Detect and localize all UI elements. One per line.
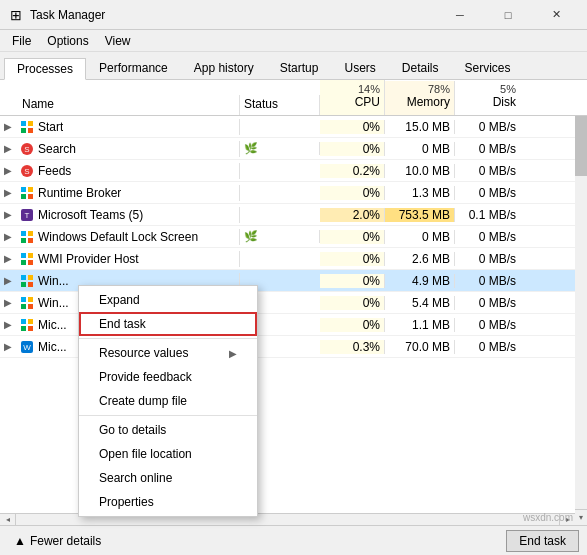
tab-users[interactable]: Users: [331, 57, 388, 79]
scroll-thumb[interactable]: [575, 116, 587, 176]
tab-bar: Processes Performance App history Startu…: [0, 52, 587, 80]
process-name: Feeds: [38, 164, 71, 178]
cell-memory: 1.3 MB: [385, 186, 455, 200]
cell-status: 🌿: [240, 230, 320, 243]
cell-disk: 0 MB/s: [455, 340, 520, 354]
cell-cpu: 0.3%: [320, 340, 385, 354]
process-name: WMI Provider Host: [38, 252, 139, 266]
expand-arrow[interactable]: ▶: [4, 143, 16, 154]
menu-options[interactable]: Options: [39, 32, 96, 50]
cell-name: ▶ WMI Provider Host: [0, 251, 240, 267]
tab-performance[interactable]: Performance: [86, 57, 181, 79]
tab-services[interactable]: Services: [452, 57, 524, 79]
cell-memory: 10.0 MB: [385, 164, 455, 178]
svg-rect-33: [28, 326, 33, 331]
tab-startup[interactable]: Startup: [267, 57, 332, 79]
cell-name: ▶ T Microsoft Teams (5): [0, 207, 240, 223]
app-icon: ⊞: [8, 7, 24, 23]
context-menu-item-resource-values[interactable]: Resource values▶: [79, 341, 257, 365]
expand-arrow[interactable]: ▶: [4, 187, 16, 198]
col-header-name[interactable]: Name: [0, 95, 240, 115]
cell-memory: 2.6 MB: [385, 252, 455, 266]
cpu-percent: 14%: [324, 83, 380, 95]
process-icon: [19, 185, 35, 201]
tab-details[interactable]: Details: [389, 57, 452, 79]
submenu-arrow-icon: ▶: [229, 348, 237, 359]
scroll-down-arrow[interactable]: ▾: [575, 509, 587, 525]
context-menu-item-provide-feedback[interactable]: Provide feedback: [79, 365, 257, 389]
col-header-disk[interactable]: 5% Disk: [455, 81, 520, 115]
cell-cpu: 0%: [320, 296, 385, 310]
cell-status: 🌿: [240, 142, 320, 155]
table-row[interactable]: ▶ Start 0% 15.0 MB 0 MB/s: [0, 116, 587, 138]
context-menu-item-open-file-location[interactable]: Open file location: [79, 442, 257, 466]
expand-arrow[interactable]: ▶: [4, 209, 16, 220]
svg-rect-22: [21, 275, 26, 280]
table-row[interactable]: ▶ T Microsoft Teams (5) 2.0% 753.5 MB 0.…: [0, 204, 587, 226]
menu-view[interactable]: View: [97, 32, 139, 50]
context-menu-item-end-task[interactable]: End task: [79, 312, 257, 336]
svg-rect-8: [21, 187, 26, 192]
cell-cpu: 0%: [320, 274, 385, 288]
cell-name: ▶ Windows Default Lock Screen: [0, 229, 240, 245]
expand-arrow[interactable]: ▶: [4, 121, 16, 132]
col-header-cpu[interactable]: ▾ 14% CPU: [320, 80, 385, 115]
svg-rect-14: [21, 231, 26, 236]
svg-text:W: W: [23, 343, 31, 352]
svg-rect-31: [28, 319, 33, 324]
cell-name: ▶ S Feeds: [0, 163, 240, 179]
tab-processes[interactable]: Processes: [4, 58, 86, 80]
context-menu-item-properties[interactable]: Properties: [79, 490, 257, 514]
table-row[interactable]: ▶ WMI Provider Host 0% 2.6 MB 0 MB/s: [0, 248, 587, 270]
minimize-button[interactable]: ─: [437, 0, 483, 30]
context-menu-item-go-to-details[interactable]: Go to details: [79, 418, 257, 442]
svg-rect-29: [28, 304, 33, 309]
end-task-button[interactable]: End task: [506, 530, 579, 552]
fewer-details-button[interactable]: ▲ Fewer details: [8, 532, 107, 550]
close-button[interactable]: ✕: [533, 0, 579, 30]
context-item-label: Resource values: [99, 346, 188, 360]
svg-rect-16: [21, 238, 26, 243]
process-name: Mic...: [38, 318, 67, 332]
svg-rect-10: [21, 194, 26, 199]
maximize-button[interactable]: □: [485, 0, 531, 30]
process-name: Microsoft Teams (5): [38, 208, 143, 222]
cell-cpu: 0%: [320, 252, 385, 266]
expand-arrow[interactable]: ▶: [4, 297, 16, 308]
disk-percent: 5%: [459, 83, 516, 95]
cell-cpu: 0.2%: [320, 164, 385, 178]
table-row[interactable]: ▶ Windows Default Lock Screen 🌿 0% 0 MB …: [0, 226, 587, 248]
scroll-right-arrow[interactable]: ▸: [559, 514, 575, 526]
menu-file[interactable]: File: [4, 32, 39, 50]
svg-rect-24: [21, 282, 26, 287]
memory-percent: 78%: [389, 83, 450, 95]
svg-rect-18: [21, 253, 26, 258]
main-content: Name Status ▾ 14% CPU 78% Memory 5% Disk…: [0, 80, 587, 555]
expand-arrow[interactable]: ▶: [4, 341, 16, 352]
process-icon: [19, 251, 35, 267]
cell-memory: 15.0 MB: [385, 120, 455, 134]
expand-arrow[interactable]: ▶: [4, 231, 16, 242]
cell-cpu: 0%: [320, 142, 385, 156]
vertical-scrollbar[interactable]: ▾: [575, 116, 587, 525]
context-menu-item-search-online[interactable]: Search online: [79, 466, 257, 490]
cell-memory: 753.5 MB: [385, 208, 455, 222]
table-row[interactable]: ▶ S Search 🌿 0% 0 MB 0 MB/s: [0, 138, 587, 160]
context-menu-item-expand[interactable]: Expand: [79, 288, 257, 312]
col-header-status[interactable]: Status: [240, 95, 320, 115]
svg-rect-11: [28, 194, 33, 199]
cell-disk: 0 MB/s: [455, 142, 520, 156]
fewer-arrow-icon: ▲: [14, 534, 26, 548]
context-menu-item-create-dump-file[interactable]: Create dump file: [79, 389, 257, 413]
svg-rect-30: [21, 319, 26, 324]
expand-arrow[interactable]: ▶: [4, 165, 16, 176]
expand-arrow[interactable]: ▶: [4, 253, 16, 264]
col-header-memory[interactable]: 78% Memory: [385, 81, 455, 115]
scroll-left-arrow[interactable]: ◂: [0, 514, 16, 526]
table-row[interactable]: ▶ Runtime Broker 0% 1.3 MB 0 MB/s: [0, 182, 587, 204]
expand-arrow[interactable]: ▶: [4, 275, 16, 286]
cpu-label: CPU: [324, 95, 380, 111]
tab-app-history[interactable]: App history: [181, 57, 267, 79]
table-row[interactable]: ▶ S Feeds 0.2% 10.0 MB 0 MB/s: [0, 160, 587, 182]
expand-arrow[interactable]: ▶: [4, 319, 16, 330]
